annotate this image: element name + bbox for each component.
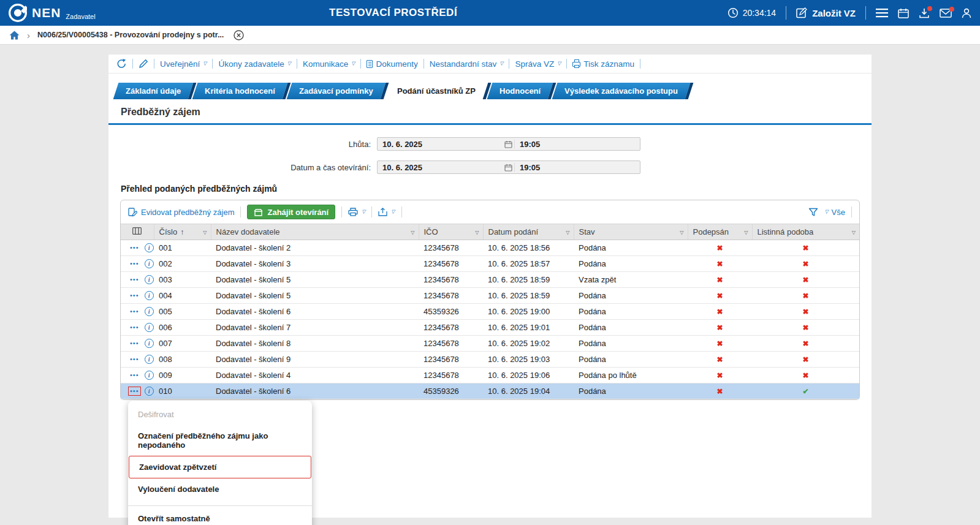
column-header-datum-podani[interactable]: Datum podání▽ [483,224,574,240]
column-header-cislo[interactable]: Číslo↑▽ [154,224,211,240]
row-menu-button[interactable]: ••• [128,339,141,348]
table-row[interactable]: •••i008Dodavatel - školení 91234567810. … [121,352,859,368]
toolbar-item-tisk-zaznamu[interactable]: Tisk záznamu [572,59,634,69]
signed-cell: ✖ [688,288,752,304]
opening-datetime-field[interactable]: 10. 6. 2025 19:05 [377,161,640,174]
ellipsis-icon: ••• [130,308,139,315]
calendar-icon [898,8,909,18]
table-row[interactable]: •••i009Dodavatel - školení 41234567810. … [121,368,859,383]
menu-item-zaevidovat-zpetvzeti[interactable]: Zaevidovat zpětvzetí [129,456,311,478]
home-icon [9,31,20,40]
column-label: IČO [424,227,438,236]
tab-podani-ucastniku-zp[interactable]: Podání účastníků ZP [384,83,491,99]
tab-label: Zadávací podmínky [299,86,373,96]
tab-hodnoceni[interactable]: Hodnocení [487,83,556,99]
filter-caret-icon[interactable]: ▽ [411,230,414,235]
column-header-podepsan[interactable]: Podepsán▽ [688,224,752,240]
toolbar-item-label: Komunikace [303,59,348,69]
tab-zadavaci-podminky[interactable]: Zadávací podmínky [287,83,389,99]
filter-caret-icon[interactable]: ▽ [744,230,748,235]
breadcrumb-item[interactable]: N006/25/V00005438 - Provozování prodejny… [37,31,224,39]
row-menu-button[interactable]: ••• [128,307,141,316]
messages-button[interactable] [940,9,952,18]
row-menu-button[interactable]: ••• [128,243,141,252]
history-back-button[interactable] [116,59,127,69]
filter-caret-icon[interactable]: ▽ [203,230,207,235]
table-row[interactable]: •••i007Dodavatel - školení 81234567810. … [121,336,859,352]
filter-caret-icon[interactable]: ▽ [680,230,683,235]
info-icon[interactable]: i [145,259,154,268]
create-vz-button[interactable]: Založit VZ [796,7,856,18]
row-menu-button[interactable]: ••• [128,387,141,396]
column-header-listinna-podoba[interactable]: Listinná podoba▽ [752,224,859,240]
opening-time-value[interactable]: 19:05 [514,163,640,172]
filter-button[interactable] [808,208,818,217]
info-icon[interactable]: i [145,291,154,300]
downloads-button[interactable] [919,8,930,18]
calendar-button[interactable] [898,8,909,18]
main-menu-button[interactable] [876,8,888,18]
table-row[interactable]: •••i002Dodavatel - školení 31234567810. … [121,256,859,272]
calendar-icon[interactable] [503,140,514,148]
deadline-datetime-field[interactable]: 10. 6. 2025 19:05 [377,137,640,151]
register-interest-button[interactable]: Evidovat předběžný zájem [128,208,234,217]
tab-vysledek-zadavaciho-postupu[interactable]: Výsledek zadávacího postupu [552,83,693,99]
table-row[interactable]: •••i001Dodavatel - školení 21234567810. … [121,240,859,256]
home-button[interactable] [9,31,20,40]
column-header-ico[interactable]: IČO▽ [419,224,483,240]
info-icon[interactable]: i [145,339,154,348]
filter-caret-icon[interactable]: ▽ [475,230,479,235]
row-menu-button[interactable]: ••• [128,323,141,332]
column-header-nazev-dodavatele[interactable]: Název dodavatele▽ [211,224,419,240]
view-all-dropdown[interactable]: ▽ Vše [824,208,845,217]
close-tab-button[interactable] [234,30,244,40]
sort-asc-icon: ↑ [180,228,184,236]
tab-kriteria-hodnoceni[interactable]: Kritéria hodnocení [192,83,291,99]
info-icon[interactable]: i [145,307,154,316]
menu-item-otevrit-samostatne[interactable]: Otevřít samostatně [128,505,312,525]
toolbar-item-uverejneni[interactable]: Uveřejnění▽ [160,59,207,69]
table-row[interactable]: •••i005Dodavatel - školení 64535932610. … [121,304,859,320]
row-menu-button[interactable]: ••• [128,355,141,364]
chevron-down-icon: ▽ [824,210,828,214]
edit-record-button[interactable] [139,59,148,69]
row-menu-button[interactable]: ••• [128,259,141,268]
deadline-date-value[interactable]: 10. 6. 2025 [378,140,503,149]
start-opening-button[interactable]: Zahájit otevírání [247,205,335,219]
table-row[interactable]: •••i010Dodavatel - školení 64535932610. … [121,383,859,399]
status-cell: Vzata zpět [574,272,688,288]
profile-button[interactable] [962,8,971,18]
row-menu-button[interactable]: ••• [128,371,141,380]
tab-zakladni-udaje[interactable]: Základní údaje [113,83,197,99]
info-icon[interactable]: i [145,355,154,364]
info-icon[interactable]: i [145,371,154,380]
toolbar-item-ukony-zadavatele[interactable]: Úkony zadavatele▽ [218,59,291,69]
filter-caret-icon[interactable]: ▽ [566,230,569,235]
calendar-icon[interactable] [503,164,514,172]
table-row[interactable]: •••i004Dodavatel - školení 51234567810. … [121,288,859,304]
info-icon[interactable]: i [145,243,154,252]
column-header-stav[interactable]: Stav▽ [574,224,688,240]
ellipsis-icon: ••• [130,292,139,299]
toolbar-item-dokumenty[interactable]: Dokumenty [367,59,417,69]
row-menu-button[interactable]: ••• [128,291,141,300]
opening-date-value[interactable]: 10. 6. 2025 [378,163,503,172]
info-icon[interactable]: i [145,275,154,284]
filter-caret-icon[interactable]: ▽ [852,230,856,235]
app-logo[interactable]: NEN Zadavatel [9,4,96,22]
toolbar-item-label: Dokumenty [376,59,417,69]
menu-item-oznaceni-predbezneho-zajmu-jako-nepodaneho[interactable]: Označení předběžného zájmu jako nepodané… [128,425,312,456]
table-row[interactable]: •••i003Dodavatel - školení 51234567810. … [121,272,859,288]
row-menu-button[interactable]: ••• [128,275,141,284]
toolbar-item-nestandardni-stav[interactable]: Nestandardní stav▽ [430,59,504,69]
deadline-time-value[interactable]: 19:05 [514,140,640,149]
info-icon[interactable]: i [145,323,154,332]
table-row[interactable]: •••i006Dodavatel - školení 71234567810. … [121,320,859,336]
menu-item-vylouceni-dodavatele[interactable]: Vyloučení dodavatele [128,478,312,500]
toolbar-item-sprava-vz[interactable]: Správa VZ▽ [515,59,561,69]
export-button[interactable]: ▽ [378,208,395,216]
toolbar-item-komunikace[interactable]: Komunikace▽ [303,59,355,69]
print-button[interactable]: ▽ [348,208,365,216]
column-chooser-cell[interactable] [121,224,154,240]
info-icon[interactable]: i [145,387,154,396]
